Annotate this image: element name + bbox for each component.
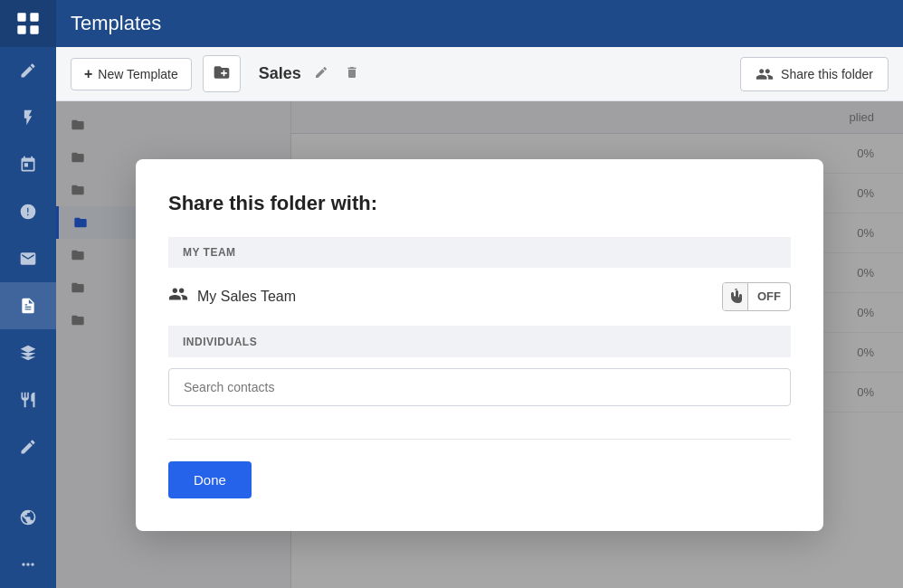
sidebar-item-chart[interactable] bbox=[0, 376, 56, 423]
sidebar-item-layers[interactable] bbox=[0, 329, 56, 376]
trash-icon bbox=[345, 65, 359, 80]
svg-rect-2 bbox=[17, 25, 25, 33]
share-folder-button[interactable]: Share this folder bbox=[740, 57, 889, 91]
individuals-section-label: INDIVIDUALS bbox=[168, 327, 791, 357]
calendar-icon bbox=[19, 156, 37, 174]
group-icon bbox=[168, 284, 188, 304]
team-icon bbox=[168, 284, 188, 308]
search-contacts-input[interactable] bbox=[168, 368, 791, 406]
sidebar-item-document[interactable] bbox=[0, 282, 56, 329]
pen-icon bbox=[19, 438, 37, 456]
folder-name-area: Sales bbox=[259, 62, 729, 86]
folder-add-button[interactable] bbox=[203, 55, 241, 92]
svg-rect-1 bbox=[30, 13, 38, 21]
clock-icon bbox=[19, 203, 37, 221]
logo-icon bbox=[15, 11, 41, 36]
share-folder-modal: Share this folder with: MY TEAM My Sales… bbox=[136, 159, 823, 531]
share-icon bbox=[756, 65, 774, 83]
plus-icon: + bbox=[84, 66, 92, 82]
delete-folder-button[interactable] bbox=[341, 62, 363, 86]
sidebar bbox=[0, 0, 56, 588]
lightning-icon bbox=[19, 109, 37, 127]
sidebar-item-lightning[interactable] bbox=[0, 94, 56, 141]
edit-icon bbox=[19, 62, 37, 80]
svg-rect-3 bbox=[30, 25, 38, 33]
my-team-section-label: MY TEAM bbox=[168, 237, 791, 268]
sidebar-item-mail[interactable] bbox=[0, 235, 56, 282]
main-content: Templates + New Template Sales bbox=[56, 0, 903, 588]
sidebar-item-edit[interactable] bbox=[0, 47, 56, 94]
app-container: Templates + New Template Sales bbox=[0, 0, 903, 588]
rename-folder-button[interactable] bbox=[310, 62, 332, 86]
sidebar-item-calendar[interactable] bbox=[0, 141, 56, 188]
document-icon bbox=[19, 297, 37, 315]
mail-icon bbox=[19, 250, 37, 268]
sidebar-item-more[interactable] bbox=[0, 541, 56, 588]
toggle-off-label: OFF bbox=[748, 289, 790, 303]
sidebar-item-globe[interactable] bbox=[0, 494, 56, 541]
layers-icon bbox=[19, 344, 37, 362]
sidebar-item-clock[interactable] bbox=[0, 188, 56, 235]
folder-add-icon bbox=[213, 63, 231, 81]
current-folder-name: Sales bbox=[259, 64, 301, 83]
modal-divider bbox=[168, 439, 791, 440]
sidebar-item-pen[interactable] bbox=[0, 423, 56, 470]
app-logo bbox=[0, 0, 56, 47]
cursor-hand-icon bbox=[729, 289, 742, 305]
more-icon bbox=[19, 555, 37, 574]
team-toggle-button[interactable]: OFF bbox=[722, 282, 791, 311]
svg-rect-0 bbox=[17, 13, 25, 21]
cursor-indicator bbox=[723, 283, 748, 310]
toolbar: + New Template Sales Share this folder bbox=[56, 47, 903, 101]
team-row: My Sales Team OFF bbox=[168, 268, 791, 327]
individuals-section: INDIVIDUALS bbox=[168, 327, 791, 417]
modal-overlay[interactable]: Share this folder with: MY TEAM My Sales… bbox=[56, 101, 903, 588]
new-template-button[interactable]: + New Template bbox=[71, 58, 192, 90]
team-name: My Sales Team bbox=[197, 289, 722, 305]
edit-folder-icon bbox=[314, 65, 328, 80]
chart-icon bbox=[19, 391, 37, 409]
globe-icon bbox=[19, 508, 37, 526]
content-area: plied 0% 0% 0% 0% 0% 0% 0% Share this fo… bbox=[56, 101, 903, 588]
top-bar: Templates bbox=[56, 0, 903, 47]
modal-title: Share this folder with: bbox=[168, 192, 791, 215]
page-title: Templates bbox=[71, 12, 161, 35]
done-button[interactable]: Done bbox=[168, 461, 252, 498]
